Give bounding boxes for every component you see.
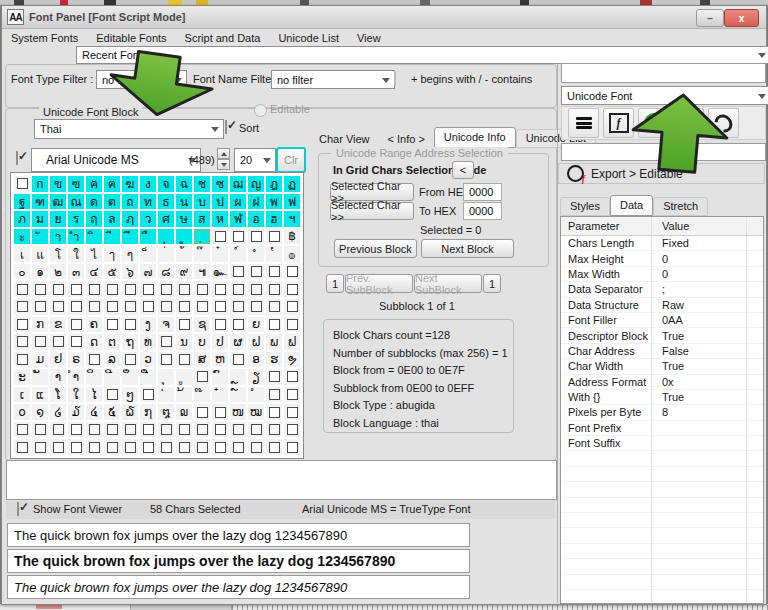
grid-cell[interactable]: າ [50,369,66,385]
grid-cell[interactable] [212,229,228,245]
grid-cell[interactable] [86,352,102,368]
grid-cell[interactable]: ຮ [266,352,282,368]
table-row[interactable] [561,528,763,543]
grid-cell[interactable] [14,439,30,455]
grid-cell[interactable]: ๐ [14,264,30,280]
grid-cell[interactable] [158,334,174,350]
selected-char-to-button[interactable]: Selected Char >> [330,202,414,220]
grid-cell[interactable] [104,387,120,403]
grid-cell[interactable] [284,299,300,315]
grid-cell[interactable]: ๘ [158,264,174,280]
grid-cell[interactable]: ี [104,229,120,245]
grid-cell[interactable]: แ [32,246,48,262]
grid-cell[interactable]: ะ [14,229,30,245]
export-editable-row[interactable]: f Export > Editable [558,163,765,184]
font-type-filter-combo[interactable]: no filter [96,70,187,89]
grid-cell[interactable]: อ [248,211,264,227]
font-name-combo[interactable]: Arial Unicode MS [31,148,201,172]
table-header-row[interactable]: Parameter Value [561,217,763,236]
menu-script-and-data[interactable]: Script and Data [176,32,270,44]
grid-cell[interactable] [212,299,228,315]
grid-cell[interactable] [68,439,84,455]
grid-cell[interactable] [212,404,228,420]
grid-cell[interactable]: ๅ [104,246,120,262]
table-row[interactable] [561,513,763,528]
preview-bold[interactable]: The quick brown fox jumps over the lazy … [7,549,470,573]
grid-cell[interactable]: ๊ [194,246,210,262]
grid-cell[interactable] [14,352,30,368]
menu-list-button[interactable] [568,108,599,138]
grid-cell[interactable] [50,439,66,455]
grid-cell[interactable] [248,281,264,297]
grid-cell[interactable]: ฑ [32,194,48,210]
grid-cell[interactable]: ໙ [176,404,192,420]
grid-cell[interactable]: ๙ [176,264,192,280]
grid-cell[interactable]: ด [86,194,102,210]
grid-cell[interactable]: ຈ [158,317,174,333]
grid-cell[interactable]: ส [194,211,210,227]
grid-cell[interactable]: ໝ [248,404,264,420]
grid-cell[interactable] [158,439,174,455]
grid-cell[interactable]: พ [266,194,282,210]
grid-cell[interactable] [122,439,138,455]
grid-cell[interactable] [176,299,192,315]
menu-system-fonts[interactable]: System Fonts [2,32,87,44]
right-top-field[interactable] [561,63,766,83]
table-row[interactable]: Data Separator; [561,282,763,297]
grid-cell[interactable] [32,439,48,455]
grid-cell[interactable] [266,422,282,438]
grid-cell[interactable]: ຕ [104,334,120,350]
grid-cell[interactable] [194,439,210,455]
grid-cell[interactable]: ຳ [68,369,84,385]
font-name-filter-combo[interactable]: no filter [271,70,395,89]
grid-cell[interactable]: ໆ [122,387,138,403]
table-row[interactable]: Max Width0 [561,267,763,282]
grid-cell[interactable] [14,422,30,438]
grid-cell[interactable] [194,299,210,315]
grid-cell[interactable] [230,439,246,455]
grid-cell[interactable] [284,264,300,280]
grid-cell[interactable] [32,334,48,350]
grid-cell[interactable] [248,229,264,245]
grid-cell[interactable] [32,422,48,438]
grid-cell[interactable]: ฆ [122,176,138,192]
grid-cell[interactable] [176,317,192,333]
grid-cell[interactable]: ฮ [266,211,282,227]
grid-cell[interactable]: ບ [194,334,210,350]
grid-cell[interactable] [104,317,120,333]
grid-cell[interactable]: ซ [212,176,228,192]
grid-cell[interactable]: ຽ [248,369,264,385]
grid-cell[interactable]: ้ [176,246,192,262]
grid-cell[interactable]: ຊ [194,317,210,333]
next-block-button[interactable]: Next Block [421,239,514,258]
table-row[interactable]: Char AddressFalse [561,344,763,359]
grid-cell[interactable] [68,281,84,297]
grid-cell[interactable] [248,264,264,280]
grid-cell[interactable]: ໖ [122,404,138,420]
grid-cell[interactable] [140,281,156,297]
table-row[interactable]: Font Prefix [561,421,763,436]
grid-cell[interactable]: ิ [86,229,102,245]
grid-cell[interactable]: ๕ [104,264,120,280]
grid-cell[interactable]: ໋ [212,387,228,403]
grid-cell[interactable]: ั [32,229,48,245]
grid-cell[interactable]: ฃ [68,176,84,192]
grid-cell[interactable]: ฌ [230,176,246,192]
preview-italic[interactable]: The quick brown fox jumps over the lazy … [7,575,470,599]
grid-cell[interactable] [140,299,156,315]
grid-cell[interactable] [14,281,30,297]
grid-cell[interactable] [230,422,246,438]
grid-cell[interactable]: ຶ [122,369,138,385]
grid-cell[interactable]: ໊ [194,387,210,403]
grid-cell[interactable]: ໓ [68,404,84,420]
grid-cell[interactable] [176,439,192,455]
grid-cell[interactable] [284,369,300,385]
mode-back-button[interactable]: < [452,161,474,179]
grid-cell[interactable]: ย [50,211,66,227]
grid-cell[interactable] [104,281,120,297]
grid-cell[interactable]: ล [104,211,120,227]
grid-cell[interactable] [86,422,102,438]
grid-cell[interactable] [248,299,264,315]
table-row[interactable] [561,467,763,482]
grid-cell[interactable]: ຟ [284,334,300,350]
